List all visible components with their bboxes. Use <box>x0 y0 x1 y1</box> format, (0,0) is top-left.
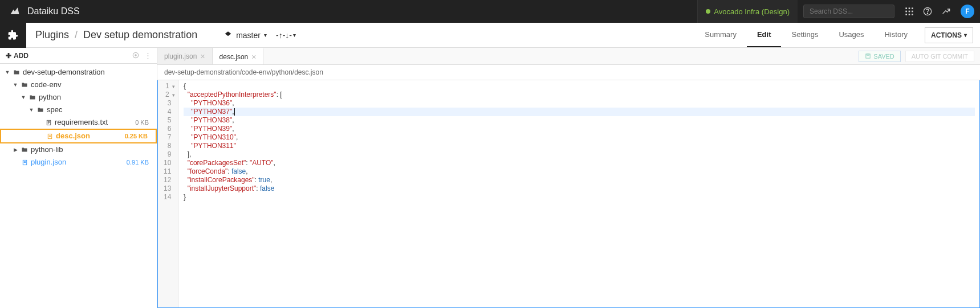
git-branch-icon <box>223 31 233 40</box>
nav-usages[interactable]: Usages <box>828 23 874 47</box>
puzzle-icon <box>7 30 19 41</box>
target-icon[interactable] <box>132 51 140 60</box>
svg-rect-4 <box>912 7 913 9</box>
breadcrumb: Plugins / Dev setup demonstration <box>26 29 206 41</box>
file-tree: ▼ dev-setup-demonstration ▼ code-env ▼ p… <box>0 64 157 171</box>
svg-rect-25 <box>866 54 870 58</box>
svg-rect-26 <box>867 54 869 55</box>
project-status-dot-icon <box>706 9 710 14</box>
tree-folder-root[interactable]: ▼ dev-setup-demonstration <box>0 66 157 79</box>
nav-summary[interactable]: Summary <box>694 23 747 47</box>
user-avatar[interactable]: F <box>961 5 974 18</box>
commit-label: AUTO GIT COMMIT <box>912 53 968 60</box>
header-row: Plugins / Dev setup demonstration master… <box>0 23 980 48</box>
svg-rect-3 <box>909 7 910 9</box>
tree-label: spec <box>47 105 152 115</box>
tab-label: desc.json <box>219 53 249 61</box>
close-icon[interactable]: × <box>200 52 205 61</box>
svg-rect-9 <box>909 14 910 15</box>
header-nav: Summary Edit Settings Usages History ACT… <box>694 23 980 47</box>
add-label: ADD <box>14 52 29 60</box>
search-input[interactable] <box>810 7 895 15</box>
actions-button[interactable]: ACTIONS ▾ <box>925 27 973 43</box>
svg-rect-6 <box>909 11 910 13</box>
text-cursor <box>234 108 235 116</box>
breadcrumb-root[interactable]: Plugins <box>35 29 69 41</box>
tree-file-pluginjson[interactable]: plugin.json 0.91 KB <box>0 156 157 169</box>
file-tab-pluginjson[interactable]: plugin.json × <box>157 48 213 64</box>
svg-rect-7 <box>912 11 913 13</box>
branch-name: master <box>236 31 261 40</box>
folder-icon <box>36 106 44 113</box>
branch-selector[interactable]: master ▾ <box>223 31 267 40</box>
sort-selector[interactable]: -↑-↓- ▾ <box>276 31 296 40</box>
file-tabs-row: plugin.json × desc.json × SAVED AUTO GIT… <box>157 48 980 65</box>
auto-git-commit-button[interactable]: AUTO GIT COMMIT <box>905 51 974 62</box>
topbar-left: Dataiku DSS <box>0 6 80 17</box>
line-number-gutter: 1 ▾ 2 ▾ 3 4 5 6 7 8 9 10 11 12 13 14 <box>158 80 179 307</box>
tree-folder-pythonlib[interactable]: ▶ python-lib <box>0 143 157 156</box>
apps-grid-icon[interactable] <box>900 2 918 20</box>
caret-down-icon: ▼ <box>13 80 18 90</box>
add-button[interactable]: ✚ ADD <box>6 52 29 60</box>
svg-point-12 <box>927 13 928 14</box>
tree-label: python <box>39 92 152 102</box>
caret-down-icon: ▼ <box>5 67 10 77</box>
tree-folder-codeenv[interactable]: ▼ code-env <box>0 79 157 91</box>
breadcrumb-current: Dev setup demonstration <box>83 29 197 41</box>
tree-file-desc[interactable]: desc.json 0.25 KB <box>0 129 157 143</box>
nav-history[interactable]: History <box>875 23 918 47</box>
file-icon <box>21 159 29 166</box>
tree-label: plugin.json <box>31 157 127 167</box>
tree-folder-python[interactable]: ▼ python <box>0 91 157 104</box>
save-icon <box>865 53 871 59</box>
tab-label: plugin.json <box>164 52 197 60</box>
share-arrow-icon[interactable] <box>937 2 955 20</box>
code-content[interactable]: { "acceptedPythonInterpreters": [ "PYTHO… <box>179 80 979 307</box>
tree-size: 0 KB <box>135 117 152 128</box>
sort-label: -↑-↓- <box>276 31 292 40</box>
folder-icon <box>13 69 21 76</box>
plus-icon: ✚ <box>6 52 11 60</box>
topbar-right: Avocado Infra (Design) F <box>697 0 980 23</box>
bird-logo-icon <box>9 6 21 17</box>
tree-folder-spec[interactable]: ▼ spec <box>0 104 157 116</box>
svg-rect-8 <box>905 14 907 15</box>
code-editor[interactable]: 1 ▾ 2 ▾ 3 4 5 6 7 8 9 10 11 12 13 14 { " <box>157 80 980 308</box>
avatar-letter: F <box>965 7 969 15</box>
plugin-icon-box[interactable] <box>0 23 26 48</box>
nav-edit[interactable]: Edit <box>747 23 782 47</box>
saved-button[interactable]: SAVED <box>859 51 900 62</box>
svg-point-14 <box>135 55 136 56</box>
tree-label: desc.json <box>56 131 125 141</box>
file-icon <box>46 133 54 139</box>
folder-icon <box>21 146 29 153</box>
tree-label: dev-setup-demonstration <box>23 67 152 77</box>
file-tab-descjson[interactable]: desc.json × <box>213 48 264 64</box>
caret-down-icon: ▼ <box>29 105 34 115</box>
saved-label: SAVED <box>873 53 894 60</box>
tree-label: python-lib <box>31 145 152 155</box>
topbar: Dataiku DSS Avocado Infra (Design) F <box>0 0 980 23</box>
tree-label: code-env <box>31 80 152 90</box>
tree-file-requirements[interactable]: requirements.txt 0 KB <box>0 116 157 129</box>
nav-settings[interactable]: Settings <box>781 23 828 47</box>
more-vertical-icon[interactable]: ⋮ <box>144 51 151 60</box>
tree-label: requirements.txt <box>55 117 135 128</box>
chevron-down-icon: ▾ <box>964 32 967 38</box>
svg-rect-2 <box>905 7 907 9</box>
project-badge[interactable]: Avocado Infra (Design) <box>697 0 798 23</box>
project-badge-label: Avocado Infra (Design) <box>714 7 790 16</box>
app-title: Dataiku DSS <box>27 6 80 17</box>
help-icon[interactable] <box>918 2 937 20</box>
caret-down-icon: ▼ <box>21 92 26 102</box>
file-icon <box>44 120 52 126</box>
editor-area: plugin.json × desc.json × SAVED AUTO GIT… <box>157 48 980 308</box>
close-icon[interactable]: × <box>251 52 256 61</box>
sidebar: ✚ ADD ⋮ ▼ dev-setup-demonstration ▼ code… <box>0 48 157 308</box>
tree-size: 0.25 KB <box>125 131 151 141</box>
sidebar-top: ✚ ADD ⋮ <box>0 48 157 64</box>
folder-icon <box>29 94 36 101</box>
chevron-down-icon: ▾ <box>264 32 267 38</box>
search-box[interactable] <box>803 5 894 18</box>
